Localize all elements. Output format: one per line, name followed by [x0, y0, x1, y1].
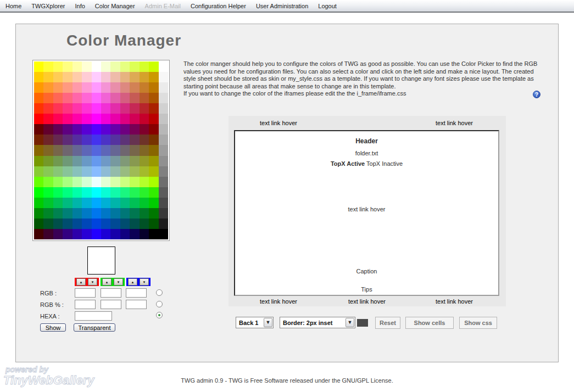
palette-cell[interactable] [149, 124, 158, 135]
palette-cell[interactable] [73, 145, 82, 155]
show-cells-button[interactable]: Show cells [405, 317, 454, 329]
palette-cell[interactable] [110, 114, 120, 124]
palette-cell[interactable] [120, 208, 130, 219]
chevron-down-icon[interactable]: ▼ [345, 318, 354, 327]
palette-cell[interactable] [63, 229, 72, 239]
palette-cell[interactable] [159, 82, 168, 93]
palette-cell[interactable] [140, 124, 149, 135]
palette-cell[interactable] [53, 72, 63, 82]
palette-cell[interactable] [149, 198, 158, 208]
palette-cell[interactable] [34, 187, 43, 198]
palette-cell[interactable] [110, 124, 120, 135]
palette-cell[interactable] [73, 114, 82, 124]
palette-cell[interactable] [140, 229, 149, 239]
palette-cell[interactable] [140, 177, 149, 187]
preview-bottom-left-link[interactable]: text link hover [254, 298, 303, 305]
palette-cell[interactable] [82, 145, 91, 155]
palette-cell[interactable] [73, 198, 82, 208]
palette-cell[interactable] [43, 166, 53, 177]
palette-cell[interactable] [120, 166, 130, 177]
palette-cell[interactable] [120, 93, 130, 103]
palette-cell[interactable] [110, 187, 120, 198]
palette-cell[interactable] [159, 135, 168, 145]
palette-cell[interactable] [34, 135, 43, 145]
preview-top-right-link[interactable]: text link hover [430, 120, 479, 126]
palette-cell[interactable] [53, 145, 63, 155]
palette-cell[interactable] [34, 229, 43, 239]
palette-cell[interactable] [82, 208, 91, 219]
palette-cell[interactable] [82, 219, 91, 229]
palette-cell[interactable] [120, 145, 130, 155]
palette-cell[interactable] [63, 61, 72, 72]
palette-cell[interactable] [82, 135, 91, 145]
palette-cell[interactable] [149, 82, 158, 93]
palette-cell[interactable] [159, 156, 168, 166]
palette-cell[interactable] [34, 72, 43, 82]
palette-cell[interactable] [130, 208, 139, 219]
palette-cell[interactable] [110, 166, 120, 177]
palette-cell[interactable] [92, 93, 101, 103]
palette-cell[interactable] [43, 229, 53, 239]
palette-cell[interactable] [63, 114, 72, 124]
palette-cell[interactable] [43, 82, 53, 93]
palette-cell[interactable] [34, 208, 43, 219]
palette-cell[interactable] [82, 103, 91, 114]
palette-cell[interactable] [63, 135, 72, 145]
palette-cell[interactable] [82, 198, 91, 208]
palette-cell[interactable] [140, 72, 149, 82]
palette-cell[interactable] [149, 61, 158, 72]
palette-cell[interactable] [43, 208, 53, 219]
palette-cell[interactable] [120, 124, 130, 135]
palette-cell[interactable] [120, 198, 130, 208]
palette-cell[interactable] [53, 114, 63, 124]
palette-cell[interactable] [73, 135, 82, 145]
palette-cell[interactable] [73, 208, 82, 219]
palette-cell[interactable] [140, 208, 149, 219]
palette-cell[interactable] [101, 145, 110, 155]
palette-cell[interactable] [130, 93, 139, 103]
palette-cell[interactable] [110, 145, 120, 155]
palette-cell[interactable] [34, 124, 43, 135]
palette-cell[interactable] [120, 114, 130, 124]
green-up-button[interactable]: ▲ [102, 278, 112, 285]
palette-cell[interactable] [53, 61, 63, 72]
palette-cell[interactable] [73, 219, 82, 229]
blue-up-button[interactable]: ▲ [128, 278, 137, 285]
palette-cell[interactable] [130, 135, 139, 145]
palette-cell[interactable] [159, 219, 168, 229]
palette-cell[interactable] [130, 114, 139, 124]
palette-cell[interactable] [149, 219, 158, 229]
palette-cell[interactable] [140, 156, 149, 166]
border-select[interactable]: Border: 2px inset ▼ [280, 317, 355, 328]
preview-bottom-right-link[interactable]: text link hover [430, 298, 479, 305]
palette-cell[interactable] [130, 187, 139, 198]
palette-cell[interactable] [140, 103, 149, 114]
palette-cell[interactable] [101, 177, 110, 187]
transparent-button[interactable]: Transparent [74, 323, 115, 332]
palette-cell[interactable] [110, 135, 120, 145]
palette-cell[interactable] [63, 187, 72, 198]
palette-cell[interactable] [120, 82, 130, 93]
back-select[interactable]: Back 1 ▼ [236, 317, 274, 328]
palette-cell[interactable] [120, 219, 130, 229]
palette-cell[interactable] [110, 72, 120, 82]
rgb-r-input[interactable] [75, 288, 96, 298]
palette-cell[interactable] [149, 229, 158, 239]
blue-down-button[interactable]: ▼ [140, 278, 149, 285]
palette-cell[interactable] [43, 156, 53, 166]
palette-cell[interactable] [34, 156, 43, 166]
palette-cell[interactable] [92, 114, 101, 124]
palette-cell[interactable] [159, 61, 168, 72]
palette-cell[interactable] [149, 114, 158, 124]
rgb-percent-b-input[interactable] [126, 300, 147, 309]
palette-cell[interactable] [101, 166, 110, 177]
palette-cell[interactable] [63, 219, 72, 229]
palette-cell[interactable] [159, 166, 168, 177]
rgb-g-input[interactable] [101, 288, 121, 298]
palette-cell[interactable] [110, 103, 120, 114]
green-down-button[interactable]: ▼ [114, 278, 123, 285]
palette-cell[interactable] [149, 135, 158, 145]
palette-cell[interactable] [130, 61, 139, 72]
chevron-down-icon[interactable]: ▼ [264, 318, 272, 327]
palette-cell[interactable] [92, 61, 101, 72]
